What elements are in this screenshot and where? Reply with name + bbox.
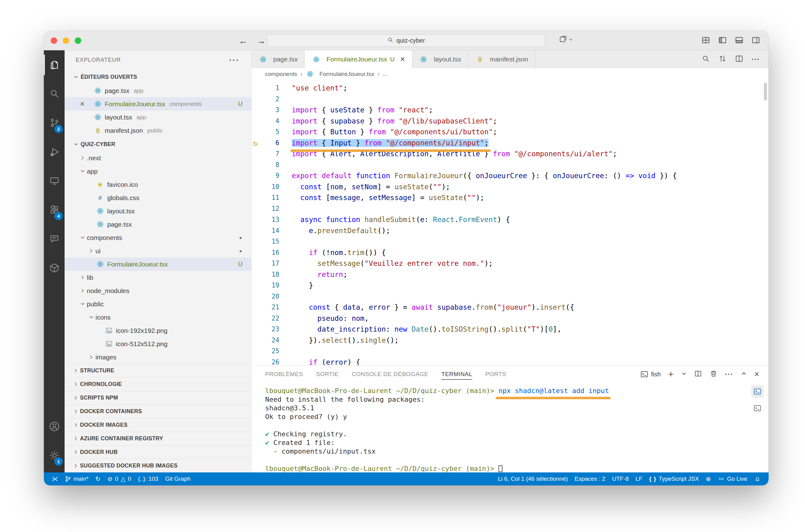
breadcrumb-item[interactable]: ...: [383, 71, 388, 77]
panel-tab-probl-mes[interactable]: PROBLÈMES: [265, 365, 303, 383]
code-editor[interactable]: 1"use client";23import { useState } from…: [252, 80, 769, 365]
terminal-instance-icon[interactable]: [751, 402, 764, 414]
panel-tab-ports[interactable]: PORTS: [485, 365, 506, 383]
customize-layout-icon[interactable]: [701, 36, 710, 46]
settings-gear-icon[interactable]: 1: [44, 441, 65, 470]
tab-layout.tsx[interactable]: layout.tsx: [412, 50, 469, 68]
new-terminal-icon[interactable]: +: [668, 369, 674, 379]
terminal-output[interactable]: lbouquet@MacBook-Pro-de-Laurent ~/D/D/qu…: [252, 383, 769, 473]
close-editor-icon[interactable]: ×: [80, 99, 93, 108]
tree-file-globals.css[interactable]: #globals.css: [65, 191, 251, 204]
section-scripts-npm[interactable]: SCRIPTS NPM: [65, 391, 251, 404]
extensions-icon[interactable]: 4: [44, 195, 65, 225]
section-suggested-docker-hub-images[interactable]: SUGGESTED DOCKER HUB IMAGES: [65, 459, 251, 472]
tab-FormulaireJoueur.tsx[interactable]: FormulaireJoueur.tsxU×: [305, 50, 412, 68]
panel-tab-console-de-d-bogage[interactable]: CONSOLE DE DÉBOGAGE: [352, 365, 428, 383]
section-chronologie[interactable]: CHRONOLOGIE: [65, 377, 251, 391]
git-branch[interactable]: main*: [61, 472, 92, 486]
open-editors-header[interactable]: ÉDITEURS OUVERTS: [65, 70, 251, 84]
section-docker-images[interactable]: DOCKER IMAGES: [65, 418, 251, 432]
language-mode[interactable]: { } TypeScript JSX: [646, 475, 702, 482]
remote-explorer-icon[interactable]: [44, 167, 65, 195]
more-actions-icon[interactable]: ···: [725, 370, 733, 379]
editor-scrollbar[interactable]: [764, 83, 767, 101]
open-editor-item[interactable]: ×FormulaireJoueur.tsxcomponentsU: [65, 97, 251, 111]
command-center-search[interactable]: quiz-cyber: [267, 34, 545, 47]
bracket-count[interactable]: {..}: 103: [135, 472, 162, 486]
tree-folder-icons[interactable]: icons: [65, 311, 251, 324]
source-control-icon[interactable]: 2: [44, 108, 65, 137]
breadcrumb-item[interactable]: FormulaireJoueur.tsx: [306, 70, 374, 78]
go-live-button[interactable]: Go Live: [714, 475, 751, 482]
maximize-panel-icon[interactable]: [741, 370, 747, 378]
tree-folder-lib[interactable]: lib: [65, 271, 251, 284]
tab-page.tsx[interactable]: page.tsx: [252, 50, 305, 68]
breadcrumb-item[interactable]: components: [265, 71, 297, 77]
close-panel-icon[interactable]: ×: [754, 369, 759, 379]
toggle-panel-icon[interactable]: [734, 36, 744, 46]
sync-icon[interactable]: ↻: [92, 472, 104, 486]
forward-arrow-icon[interactable]: →: [256, 36, 266, 46]
tree-file-page.tsx[interactable]: page.tsx: [65, 218, 251, 231]
close-window-button[interactable]: [51, 37, 57, 44]
back-arrow-icon[interactable]: ←: [239, 36, 248, 46]
shell-selector[interactable]: fish: [640, 370, 661, 378]
panel-tab-sortie[interactable]: SORTIE: [316, 365, 339, 383]
minimize-window-button[interactable]: [63, 37, 69, 44]
bell-icon[interactable]: [751, 475, 764, 482]
run-debug-icon[interactable]: [44, 137, 65, 167]
tree-folder-images[interactable]: images: [65, 350, 251, 364]
explorer-icon[interactable]: [44, 50, 65, 79]
zoom-window-button[interactable]: [75, 37, 81, 44]
chevron-right-icon: [87, 355, 95, 360]
chat-icon[interactable]: [44, 225, 65, 253]
section-structure[interactable]: STRUCTURE: [65, 364, 251, 377]
toggle-secondary-sidebar-icon[interactable]: [751, 36, 761, 46]
open-editor-item[interactable]: {}manifest.jsonpublic: [65, 124, 251, 137]
tree-folder-components[interactable]: components●: [65, 231, 251, 244]
tree-folder-node_modules[interactable]: node_modules: [65, 284, 251, 297]
remote-indicator[interactable]: [48, 472, 61, 486]
git-compare-icon[interactable]: [718, 54, 727, 64]
split-terminal-icon[interactable]: [694, 369, 702, 379]
accounts-icon[interactable]: [44, 412, 65, 441]
layout-control-icon[interactable]: [559, 35, 573, 44]
toggle-primary-sidebar-icon[interactable]: [718, 36, 727, 46]
indentation-setting[interactable]: Espaces : 2: [571, 475, 608, 482]
more-actions-icon[interactable]: ···: [752, 55, 760, 63]
code-action-icon[interactable]: ↻: [253, 138, 258, 149]
tree-file-layout.tsx[interactable]: layout.tsx: [65, 204, 251, 218]
globe-icon[interactable]: ⊕: [702, 475, 714, 482]
tree-folder-app[interactable]: app: [65, 165, 251, 178]
close-tab-icon[interactable]: ×: [400, 55, 405, 64]
tree-folder-public[interactable]: public: [65, 297, 251, 311]
problems-status[interactable]: ⊘0 △0: [104, 472, 134, 486]
split-editor-icon[interactable]: [735, 54, 744, 64]
tree-file-FormulaireJoueur.tsx[interactable]: FormulaireJoueur.tsxU: [65, 258, 251, 271]
find-icon[interactable]: [701, 54, 710, 64]
section-docker-hub[interactable]: DOCKER HUB: [65, 445, 251, 459]
section-docker-containers[interactable]: DOCKER CONTAINERS: [65, 404, 251, 418]
encoding-setting[interactable]: UTF-8: [609, 475, 632, 482]
open-editor-item[interactable]: layout.tsxapp: [65, 111, 251, 124]
search-icon[interactable]: [44, 79, 65, 108]
kill-terminal-icon[interactable]: [710, 369, 717, 379]
more-actions-icon[interactable]: ···: [229, 55, 239, 65]
tree-folder-.next[interactable]: .next: [65, 151, 251, 165]
code-line-14: 14 e.preventDefault();: [252, 225, 769, 236]
cursor-position[interactable]: Li 6, Col 1 (46 sélectionné): [494, 475, 571, 482]
terminal-instance-icon[interactable]: [751, 385, 764, 398]
tree-file-favicon.ico[interactable]: ★favicon.ico: [65, 178, 251, 191]
eol-setting[interactable]: LF: [632, 475, 646, 482]
open-editor-item[interactable]: page.tsxapp: [65, 84, 251, 97]
panel-tab-terminal[interactable]: TERMINAL: [441, 365, 472, 383]
chevron-down-icon[interactable]: [681, 371, 687, 378]
tree-file-icon-512x512.png[interactable]: icon-512x512.png: [65, 337, 251, 350]
section-azure-container-registry[interactable]: AZURE CONTAINER REGISTRY: [65, 432, 251, 445]
tree-file-icon-192x192.png[interactable]: icon-192x192.png: [65, 324, 251, 337]
tree-folder-ui[interactable]: ui●: [65, 244, 251, 258]
docker-icon[interactable]: [44, 253, 65, 283]
tab-manifest.json[interactable]: {}manifest.json: [468, 50, 535, 68]
project-root-header[interactable]: QUIZ-CYBER: [65, 137, 251, 151]
git-graph-button[interactable]: Git Graph: [162, 472, 194, 486]
